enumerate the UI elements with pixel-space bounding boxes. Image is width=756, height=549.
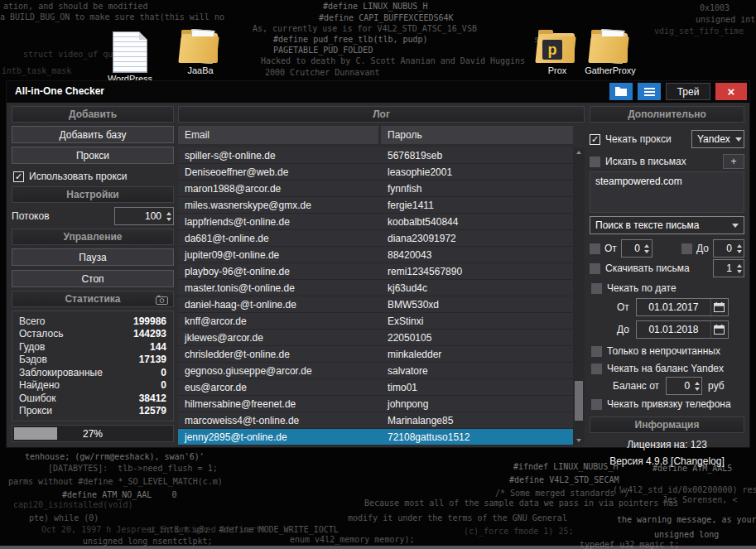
camera-icon[interactable] <box>156 295 168 305</box>
search-terms-textarea[interactable]: steampowered.com <box>590 171 744 213</box>
code-fragment: pte) while (0) <box>29 513 99 523</box>
table-row[interactable]: lappfriends@t-online.dekoobalbt540844 <box>178 214 585 230</box>
checkbox-unchecked-icon[interactable] <box>591 283 602 294</box>
menu-button[interactable] <box>638 83 661 100</box>
checkbox-unchecked-icon[interactable] <box>590 263 600 274</box>
table-row[interactable]: spiller-s@t-online.de5676819seb <box>178 147 585 164</box>
proxy-button[interactable]: Прокси <box>12 147 174 164</box>
from-label: От <box>604 243 617 254</box>
desktop-icon-wordpress[interactable]: WordPress <box>99 31 161 84</box>
stat-row: Осталось144293 <box>19 328 166 340</box>
email-cell: hilmersabine@freenet.de <box>178 396 381 412</box>
from-stepper[interactable]: 0 <box>621 239 652 258</box>
proxy-provider-select[interactable]: Yandex <box>691 130 744 148</box>
titlebar[interactable]: All-in-One Checker Трей × <box>7 81 749 103</box>
code-fragment: unsigned long <box>654 530 719 539</box>
stepper-arrows-icon[interactable] <box>643 244 652 253</box>
only-unread-row[interactable]: Только в непрочитанных <box>590 344 744 358</box>
check-phone-label: Чекать привязку телефона <box>607 398 731 410</box>
table-row[interactable]: maron1988@arcor.defynnfish <box>178 181 585 197</box>
control-section-header: Управление <box>12 229 174 245</box>
stepper-arrows-icon[interactable] <box>734 264 744 273</box>
chevron-down-icon <box>730 137 747 142</box>
table-row[interactable]: hilmersabine@freenet.dejohnpong <box>178 396 585 412</box>
table-row[interactable]: miles.wasnerskype@gmx.defergie1411 <box>178 197 585 214</box>
pause-button[interactable]: Пауза <box>12 248 174 266</box>
table-row[interactable]: daniel-haag-@t-online.deBMW530xd <box>178 296 585 313</box>
table-row[interactable]: da681@t-online.dediana23091972 <box>178 230 585 247</box>
code-fragment: Oct 20, 1997 h Jespreet S; unsigned int … <box>41 525 266 534</box>
balance-row: Баланс от 0 руб <box>590 377 744 395</box>
desktop-icon-jaaba[interactable]: JaaBa <box>170 26 231 75</box>
table-row[interactable]: gegnoso.giuseppe@arcor.desalvatore <box>178 363 585 379</box>
password-column-header[interactable]: Пароль <box>381 126 573 144</box>
check-date-row[interactable]: Чекать по дате <box>590 282 744 295</box>
calendar-icon[interactable] <box>710 321 728 338</box>
version-line[interactable]: Версия 4.9.8 [Changelog] <box>590 455 744 467</box>
check-balance-row[interactable]: Чекать на баланс Yandex <box>590 362 744 375</box>
log-panel: Лог Email Пароль spiller-s@t-online.de56… <box>178 103 585 445</box>
table-row[interactable]: jupiter09@t-online.de88420043 <box>178 247 585 263</box>
code-fragment: modify it under the terms of the GNU Gen… <box>348 513 567 523</box>
table-row[interactable]: playboy-96@t-online.deremi1234567890 <box>178 263 585 280</box>
table-row[interactable]: Deniseoeffner@web.deleasophie2001 <box>178 164 585 181</box>
tray-button[interactable]: Трей <box>666 83 710 100</box>
checkbox-unchecked-icon[interactable] <box>591 364 602 374</box>
checkbox-unchecked-icon[interactable] <box>590 243 600 254</box>
table-row[interactable]: chrisledder@t-online.deminkaledder <box>178 346 585 363</box>
scrollbar[interactable] <box>573 147 585 445</box>
open-folder-button[interactable] <box>609 83 633 100</box>
options-section-header: Дополнительно <box>590 106 744 123</box>
code-fragment: /* Some merged standards */ <box>495 489 630 498</box>
log-section-header: Лог <box>178 106 585 123</box>
add-term-button[interactable]: + <box>723 154 744 169</box>
table-row[interactable]: master.tonis@t-online.dekj63ud4c <box>178 280 585 296</box>
checkbox-unchecked-icon[interactable] <box>590 157 600 167</box>
threads-stepper[interactable]: 100 <box>114 207 174 225</box>
code-fragment: unsigned int of <box>696 15 756 24</box>
scrollbar-thumb[interactable] <box>575 381 583 421</box>
use-proxy-label: Использовать прокси <box>29 171 128 182</box>
desktop-icon-prox[interactable]: p Prox <box>527 26 588 75</box>
icon-label: JaaBa <box>170 65 231 75</box>
close-button[interactable]: × <box>715 83 747 100</box>
calendar-icon[interactable] <box>710 299 728 315</box>
use-proxy-checkbox-row[interactable]: Использовать прокси <box>12 170 174 183</box>
checkbox-unchecked-icon[interactable] <box>591 399 602 410</box>
table-row[interactable]: marcoweiss4@t-online.deMarinalange85 <box>178 412 585 429</box>
check-proxy-row: Чекать прокси Yandex <box>590 129 744 149</box>
date-from-input[interactable]: 01.01.2017 <box>636 298 729 316</box>
balance-stepper[interactable]: 0 <box>666 377 702 395</box>
table-row[interactable]: knff@arcor.deExStinxi <box>178 313 585 330</box>
chevron-down-icon <box>727 224 744 228</box>
download-stepper[interactable]: 1 <box>713 259 744 277</box>
only-unread-label: Только в непрочитанных <box>607 345 720 357</box>
desktop-icon-gatherproxy[interactable]: GatherProxy <box>580 26 641 75</box>
add-base-button[interactable]: Добавить базу <box>12 126 174 143</box>
search-mode-select[interactable]: Поиск в тексте письма <box>590 216 744 234</box>
checkbox-checked-icon[interactable] <box>590 134 600 145</box>
desktop: ation, and should be modified #define LI… <box>0 0 756 549</box>
checkbox-unchecked-icon[interactable] <box>591 346 602 357</box>
stepper-arrows-icon[interactable] <box>692 382 701 391</box>
checkbox-checked-icon[interactable] <box>13 171 24 182</box>
table-row[interactable]: eus@arcor.detimo01 <box>178 379 585 396</box>
table-row[interactable]: jklewes@arcor.de22050105 <box>178 330 585 346</box>
code-fragment: [DATABYTES]: tlb->need_flush = 1; <box>48 464 218 473</box>
date-to-input[interactable]: 01.01.2018 <box>636 320 729 339</box>
password-cell: koobalbt540844 <box>381 214 573 229</box>
checkbox-unchecked-icon[interactable] <box>681 243 692 254</box>
search-mode-value: Поиск в тексте письма <box>595 219 699 231</box>
scroll-up-arrow[interactable] <box>573 147 585 157</box>
stop-button[interactable]: Стоп <box>12 270 174 287</box>
email-column-header[interactable]: Email <box>178 126 378 144</box>
stepper-arrows-icon[interactable] <box>164 212 173 221</box>
stepper-arrows-icon[interactable] <box>734 244 744 253</box>
scroll-down-arrow[interactable] <box>573 436 585 445</box>
to-stepper[interactable]: 0 <box>713 239 744 258</box>
check-phone-row[interactable]: Чекать привязку телефона <box>590 397 744 411</box>
threads-row: Потоков 100 <box>12 207 174 225</box>
add-section-header: Добавить <box>12 106 174 123</box>
table-row-selected[interactable]: jenny2895@t-online.de72108gattuso1512 <box>178 429 585 445</box>
password-cell: BMW530xd <box>381 296 573 312</box>
